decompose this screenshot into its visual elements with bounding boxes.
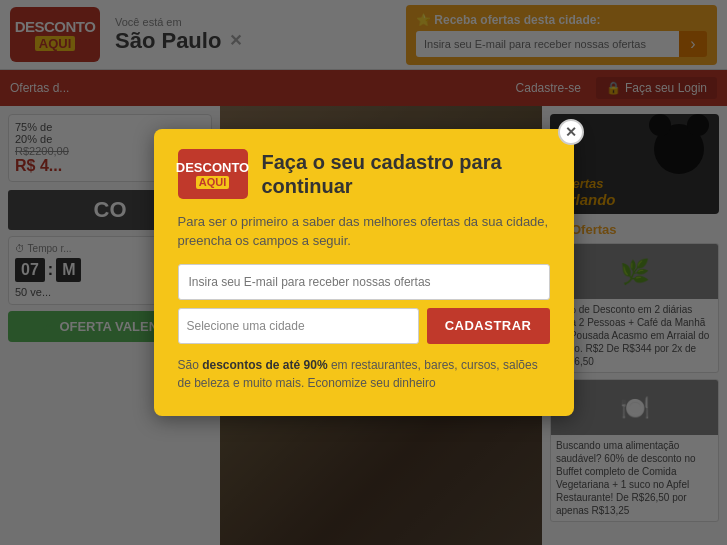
modal-cadastrar-button[interactable]: CADASTRAR [427,308,550,344]
modal-title: Faça o seu cadastro para continuar [262,150,550,198]
modal-header: DESCONTO AQUI Faça o seu cadastro para c… [178,149,550,199]
modal-logo: DESCONTO AQUI [178,149,248,199]
modal-subtitle: Para ser o primeiro a saber das melhores… [178,213,550,249]
modal-close-button[interactable]: ✕ [558,119,584,145]
signup-modal: ✕ DESCONTO AQUI Faça o seu cadastro para… [154,129,574,415]
modal-logo-desconto: DESCONTO [176,160,249,176]
modal-city-select[interactable]: Selecione uma cidade [178,308,419,344]
modal-email-input[interactable] [178,264,550,300]
modal-footer-text-1: São [178,358,203,372]
modal-footer: São descontos de até 90% em restaurantes… [178,356,550,392]
modal-overlay: ✕ DESCONTO AQUI Faça o seu cadastro para… [0,0,727,545]
modal-footer-bold: descontos de até 90% [202,358,327,372]
modal-city-row: Selecione uma cidade CADASTRAR [178,308,550,344]
modal-logo-aqui: AQUI [196,176,230,189]
